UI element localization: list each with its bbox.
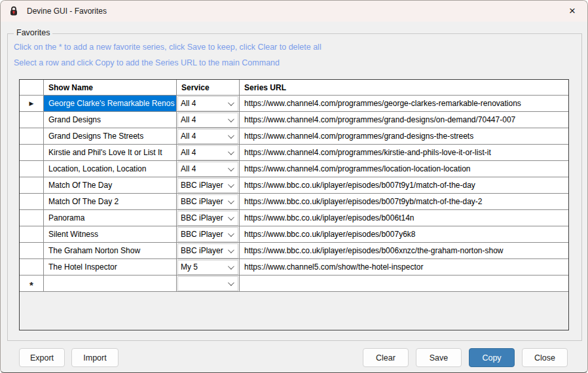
series-url-cell[interactable]: https://www.channel5.com/show/the-hotel-…	[240, 259, 568, 275]
series-url-cell[interactable]	[240, 275, 568, 292]
service-dropdown[interactable]: BBC iPlayer	[177, 194, 238, 209]
service-dropdown[interactable]: BBC iPlayer	[177, 211, 238, 226]
show-name-cell[interactable]: Grand Designs The Streets	[44, 128, 177, 145]
show-name-cell[interactable]: George Clarke's Remarkable Renos	[44, 96, 177, 112]
service-cell[interactable]: All 4	[177, 112, 240, 128]
chevron-down-icon	[228, 247, 234, 253]
column-header-series-url[interactable]: Series URL	[240, 80, 568, 96]
series-url-cell[interactable]: https://www.bbc.co.uk/iplayer/episodes/b…	[240, 177, 568, 194]
export-button[interactable]: Export	[19, 348, 65, 367]
row-header-cell[interactable]	[20, 226, 44, 243]
chevron-down-icon	[228, 149, 234, 155]
chevron-down-icon	[228, 214, 234, 221]
show-name-cell[interactable]: Kirstie and Phil's Love It or List It	[44, 145, 177, 161]
table-row[interactable]: Match Of The Day BBC iPlayer https://www…	[20, 177, 568, 194]
series-url-cell[interactable]: https://www.bbc.co.uk/iplayer/episodes/b…	[240, 243, 568, 259]
service-cell[interactable]	[177, 275, 240, 292]
service-cell[interactable]: All 4	[177, 128, 240, 145]
row-header-cell[interactable]	[20, 210, 44, 226]
service-dropdown[interactable]: BBC iPlayer	[177, 178, 238, 193]
service-dropdown[interactable]	[177, 276, 238, 291]
row-header-cell[interactable]	[20, 243, 44, 259]
instruction-line-2: Select a row and click Copy to add the S…	[14, 58, 280, 67]
favorites-grid[interactable]: Show Name Service Series URL ▶ George Cl…	[19, 79, 569, 330]
service-dropdown[interactable]: My 5	[177, 260, 238, 275]
table-row[interactable]: Kirstie and Phil's Love It or List It Al…	[20, 145, 568, 161]
service-dropdown-value: All 4	[178, 99, 196, 108]
grid-corner-cell	[20, 80, 44, 96]
service-dropdown[interactable]: All 4	[177, 129, 238, 144]
row-header-cell[interactable]	[20, 161, 44, 177]
table-row[interactable]: Grand Designs All 4 https://www.channel4…	[20, 112, 568, 128]
service-dropdown-value: BBC iPlayer	[178, 181, 223, 190]
column-header-show-name[interactable]: Show Name	[44, 80, 177, 96]
copy-button[interactable]: Copy	[469, 348, 515, 367]
show-name-cell[interactable]: The Hotel Inspector	[44, 259, 177, 275]
chevron-down-icon	[228, 99, 234, 106]
service-cell[interactable]: BBC iPlayer	[177, 177, 240, 194]
show-name-cell[interactable]: Match Of The Day	[44, 177, 177, 194]
row-header-cell[interactable]	[20, 177, 44, 194]
show-name-cell[interactable]: Grand Designs	[44, 112, 177, 128]
save-button[interactable]: Save	[416, 348, 462, 367]
show-name-cell[interactable]: Panorama	[44, 210, 177, 226]
series-url-cell[interactable]: https://www.channel4.com/programmes/gran…	[240, 128, 568, 145]
show-name-cell[interactable]: Location, Location, Location	[44, 161, 177, 177]
service-cell[interactable]: All 4	[177, 145, 240, 161]
table-row[interactable]: Grand Designs The Streets All 4 https://…	[20, 128, 568, 145]
clear-button[interactable]: Clear	[363, 348, 409, 367]
table-row[interactable]: Silent Witness BBC iPlayer https://www.b…	[20, 226, 568, 243]
series-url-cell[interactable]: https://www.channel4.com/programmes/loca…	[240, 161, 568, 177]
service-cell[interactable]: All 4	[177, 96, 240, 112]
table-row[interactable]: Panorama BBC iPlayer https://www.bbc.co.…	[20, 210, 568, 226]
window-close-button[interactable]: ×	[557, 1, 587, 22]
row-header-cell[interactable]	[20, 194, 44, 210]
row-indicator: ▶	[29, 101, 34, 107]
show-name-cell[interactable]	[44, 275, 177, 292]
series-url-cell[interactable]: https://www.bbc.co.uk/iplayer/episodes/b…	[240, 226, 568, 243]
row-header-cell[interactable]	[20, 259, 44, 275]
table-row[interactable]: The Graham Norton Show BBC iPlayer https…	[20, 243, 568, 259]
service-dropdown-value: BBC iPlayer	[178, 230, 223, 239]
service-dropdown[interactable]: BBC iPlayer	[177, 243, 238, 258]
series-url-cell[interactable]: https://www.bbc.co.uk/iplayer/episodes/b…	[240, 210, 568, 226]
row-header-cell[interactable]	[20, 112, 44, 128]
grid-header-row: Show Name Service Series URL	[20, 80, 568, 96]
row-header-cell[interactable]: *	[20, 275, 44, 292]
show-name-cell[interactable]: Match Of The Day 2	[44, 194, 177, 210]
show-name-cell[interactable]: Silent Witness	[44, 226, 177, 243]
series-url-cell[interactable]: https://www.bbc.co.uk/iplayer/episodes/b…	[240, 194, 568, 210]
chevron-down-icon	[228, 181, 234, 188]
row-indicator: *	[29, 279, 33, 288]
service-dropdown[interactable]: All 4	[177, 145, 238, 160]
chevron-down-icon	[228, 263, 234, 270]
service-dropdown[interactable]: All 4	[177, 113, 238, 128]
window-title: Devine GUI - Favorites	[27, 7, 107, 16]
service-cell[interactable]: BBC iPlayer	[177, 226, 240, 243]
service-dropdown[interactable]: All 4	[177, 162, 238, 177]
chevron-down-icon	[228, 230, 234, 237]
chevron-down-icon	[228, 132, 234, 139]
series-url-cell[interactable]: https://www.channel4.com/programmes/kirs…	[240, 145, 568, 161]
service-dropdown[interactable]: BBC iPlayer	[177, 227, 238, 242]
table-row[interactable]: Match Of The Day 2 BBC iPlayer https://w…	[20, 194, 568, 210]
import-button[interactable]: Import	[71, 348, 119, 367]
service-cell[interactable]: BBC iPlayer	[177, 210, 240, 226]
series-url-cell[interactable]: https://www.channel4.com/programmes/geor…	[240, 96, 568, 112]
table-row[interactable]: *	[20, 275, 568, 292]
row-header-cell[interactable]: ▶	[20, 96, 44, 112]
service-cell[interactable]: All 4	[177, 161, 240, 177]
close-button[interactable]: Close	[522, 348, 568, 367]
service-cell[interactable]: BBC iPlayer	[177, 243, 240, 259]
column-header-service[interactable]: Service	[177, 80, 240, 96]
service-cell[interactable]: My 5	[177, 259, 240, 275]
series-url-cell[interactable]: https://www.channel4.com/programmes/gran…	[240, 112, 568, 128]
table-row[interactable]: The Hotel Inspector My 5 https://www.cha…	[20, 259, 568, 275]
row-header-cell[interactable]	[20, 128, 44, 145]
show-name-cell[interactable]: The Graham Norton Show	[44, 243, 177, 259]
service-cell[interactable]: BBC iPlayer	[177, 194, 240, 210]
table-row[interactable]: ▶ George Clarke's Remarkable Renos All 4…	[20, 96, 568, 112]
row-header-cell[interactable]	[20, 145, 44, 161]
service-dropdown[interactable]: All 4	[177, 96, 238, 111]
table-row[interactable]: Location, Location, Location All 4 https…	[20, 161, 568, 177]
